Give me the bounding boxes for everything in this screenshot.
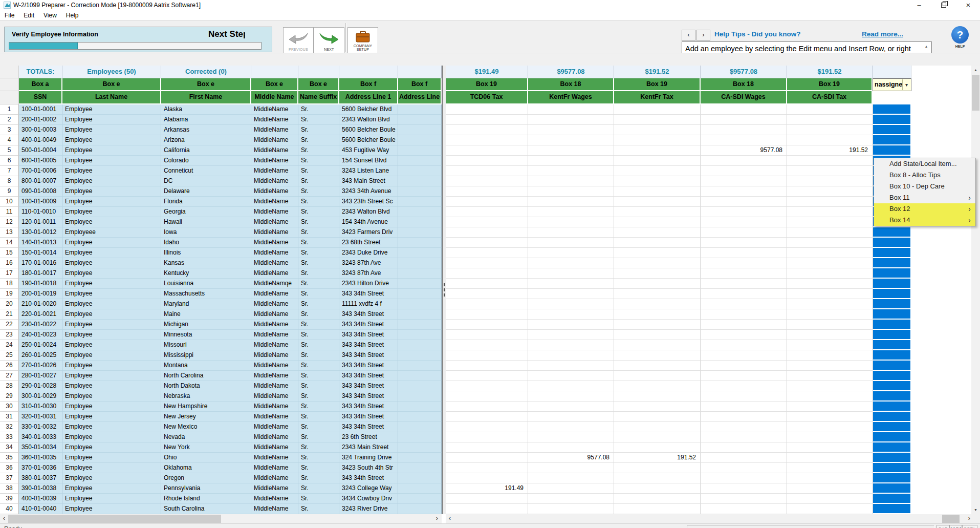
- grid-cell-ssn[interactable]: 400-01-0039: [19, 494, 62, 504]
- grid-cell-last_name[interactable]: Employeee: [62, 227, 161, 238]
- grid-cell-last_name[interactable]: Employee: [62, 156, 161, 166]
- grid-cell-ssn[interactable]: 130-01-0012: [19, 227, 62, 238]
- grid-cell-name_suffix[interactable]: Sr.: [298, 402, 339, 412]
- grid-cell-address-line-2[interactable]: [398, 453, 442, 463]
- row-number[interactable]: 40: [0, 504, 19, 514]
- grid-cell-kentfr-tax[interactable]: [614, 279, 701, 289]
- grid-cell-ssn[interactable]: 310-01-0030: [19, 402, 62, 412]
- unassigned-selected-cell[interactable]: [873, 453, 911, 463]
- grid-cell-last_name[interactable]: Employee: [62, 238, 161, 248]
- grid-cell-address-line-2[interactable]: [398, 320, 442, 330]
- grid-cell-first_name[interactable]: Alabama: [161, 115, 251, 125]
- grid-cell-last_name[interactable]: Employee: [62, 504, 161, 514]
- grid-cell-tcd06-tax[interactable]: [446, 125, 528, 135]
- grid-cell-first_name[interactable]: Pennsylvania: [161, 483, 251, 494]
- grid-cell-address-line-2[interactable]: [398, 483, 442, 494]
- grid-cell-tcd06-tax[interactable]: [446, 135, 528, 145]
- previous-button[interactable]: PREVIOUS: [283, 27, 314, 53]
- grid-cell-tcd06-tax[interactable]: [446, 227, 528, 238]
- grid-cell-address_line_1[interactable]: 343 34th Street: [339, 350, 398, 361]
- grid-cell-last_name[interactable]: Employee: [62, 391, 161, 402]
- grid-cell-first_name[interactable]: North Carolina: [161, 371, 251, 381]
- column-header-cell[interactable]: KentFr Tax: [614, 91, 701, 104]
- row-number[interactable]: 35: [0, 453, 19, 463]
- grid-cell-first_name[interactable]: Michigan: [161, 320, 251, 330]
- grid-cell-kentfr-tax[interactable]: [614, 463, 701, 473]
- grid-cell-kentfr-tax[interactable]: [614, 371, 701, 381]
- unassigned-selected-cell[interactable]: [873, 494, 911, 504]
- grid-cell-last_name[interactable]: Employee: [62, 115, 161, 125]
- grid-cell-name_suffix[interactable]: Sr.: [298, 217, 339, 227]
- row-number[interactable]: 34: [0, 442, 19, 453]
- grid-cell-middle_name[interactable]: MiddleName: [251, 156, 298, 166]
- grid-cell-ssn[interactable]: 230-01-0022: [19, 320, 62, 330]
- grid-cell-casdi-wages[interactable]: [701, 125, 787, 135]
- unassigned-selected-cell[interactable]: [873, 432, 911, 442]
- grid-cell-kentfr-tax[interactable]: [614, 207, 701, 217]
- grid-cell-last_name[interactable]: Employee: [62, 432, 161, 442]
- grid-cell-address-line-2[interactable]: [398, 371, 442, 381]
- grid-cell-middle_name[interactable]: MiddleName: [251, 320, 298, 330]
- row-number[interactable]: 11: [0, 207, 19, 217]
- grid-cell-last_name[interactable]: Employee: [62, 289, 161, 299]
- grid-cell-middle_name[interactable]: MiddleName: [251, 350, 298, 361]
- grid-cell-last_name[interactable]: Employee: [62, 494, 161, 504]
- unassigned-selected-cell[interactable]: [873, 412, 911, 422]
- grid-cell-middle_name[interactable]: MiddleName: [251, 115, 298, 125]
- grid-cell-tcd06-tax[interactable]: [446, 402, 528, 412]
- grid-cell-ssn[interactable]: 100-01-0001: [19, 104, 62, 115]
- grid-cell-ssn[interactable]: 400-01-0049: [19, 135, 62, 145]
- grid-cell-middle_name[interactable]: MiddleName: [251, 391, 298, 402]
- grid-cell-middle_name[interactable]: MiddleName: [251, 176, 298, 186]
- grid-cell-name_suffix[interactable]: Sr.: [298, 340, 339, 350]
- grid-cell-casdi-tax[interactable]: [787, 248, 873, 258]
- menu-item-add-state-local-item[interactable]: Add State/Local Item...: [874, 158, 975, 170]
- grid-cell-casdi-wages[interactable]: [701, 371, 787, 381]
- grid-cell-name_suffix[interactable]: Sr.: [298, 289, 339, 299]
- grid-cell-address_line_1[interactable]: 2343 Duke Drive: [339, 248, 398, 258]
- grid-cell-last_name[interactable]: Employee: [62, 422, 161, 432]
- grid-cell-tcd06-tax[interactable]: [446, 381, 528, 391]
- grid-cell-tcd06-tax[interactable]: [446, 309, 528, 320]
- grid-cell-ssn[interactable]: 360-01-0035: [19, 453, 62, 463]
- grid-cell-casdi-tax[interactable]: [787, 207, 873, 217]
- grid-cell-address-line-2[interactable]: [398, 442, 442, 453]
- grid-cell-address-line-2[interactable]: [398, 227, 442, 238]
- grid-cell-name_suffix[interactable]: Sr.: [298, 422, 339, 432]
- grid-cell-middle_name[interactable]: MiddleName: [251, 361, 298, 371]
- grid-cell-tcd06-tax[interactable]: [446, 299, 528, 309]
- grid-cell-last_name[interactable]: Employee: [62, 176, 161, 186]
- grid-cell-address-line-2[interactable]: [398, 176, 442, 186]
- grid-cell-casdi-tax[interactable]: [787, 494, 873, 504]
- scroll-left-icon[interactable]: ‹: [446, 514, 454, 523]
- row-number[interactable]: 13: [0, 227, 19, 238]
- row-number[interactable]: 31: [0, 412, 19, 422]
- grid-cell-address_line_1[interactable]: 154 Sunset Blvd: [339, 156, 398, 166]
- grid-cell-casdi-tax[interactable]: [787, 227, 873, 238]
- grid-cell-address_line_1[interactable]: 3243 87th Ave: [339, 258, 398, 268]
- grid-cell-ssn[interactable]: 320-01-0031: [19, 412, 62, 422]
- row-number[interactable]: 8: [0, 176, 19, 186]
- grid-cell-casdi-tax[interactable]: [787, 402, 873, 412]
- box-header-cell[interactable]: Box f: [339, 78, 398, 91]
- grid-cell-middle_name[interactable]: MiddleName: [251, 289, 298, 299]
- row-number[interactable]: 17: [0, 268, 19, 279]
- grid-cell-middle_name[interactable]: MiddleName: [251, 299, 298, 309]
- unassigned-selected-cell[interactable]: [873, 309, 911, 320]
- grid-cell-casdi-tax[interactable]: 191.52: [787, 145, 873, 156]
- grid-cell-middle_name[interactable]: MiddleName: [251, 197, 298, 207]
- grid-cell-kentfr-wages[interactable]: [528, 289, 614, 299]
- grid-cell-kentfr-wages[interactable]: [528, 166, 614, 176]
- box-header-cell[interactable]: Box 19: [446, 78, 528, 91]
- grid-cell-casdi-tax[interactable]: [787, 115, 873, 125]
- grid-cell-address-line-2[interactable]: [398, 248, 442, 258]
- grid-cell-kentfr-tax[interactable]: [614, 350, 701, 361]
- column-header-cell[interactable]: First Name: [161, 91, 251, 104]
- grid-cell-address_line_1[interactable]: 3243 87th Ave: [339, 268, 398, 279]
- grid-cell-kentfr-tax[interactable]: [614, 156, 701, 166]
- grid-cell-casdi-wages[interactable]: [701, 340, 787, 350]
- grid-cell-casdi-tax[interactable]: [787, 422, 873, 432]
- grid-cell-address_line_1[interactable]: 343 34th Street: [339, 340, 398, 350]
- grid-cell-first_name[interactable]: California: [161, 145, 251, 156]
- grid-cell-kentfr-tax[interactable]: [614, 340, 701, 350]
